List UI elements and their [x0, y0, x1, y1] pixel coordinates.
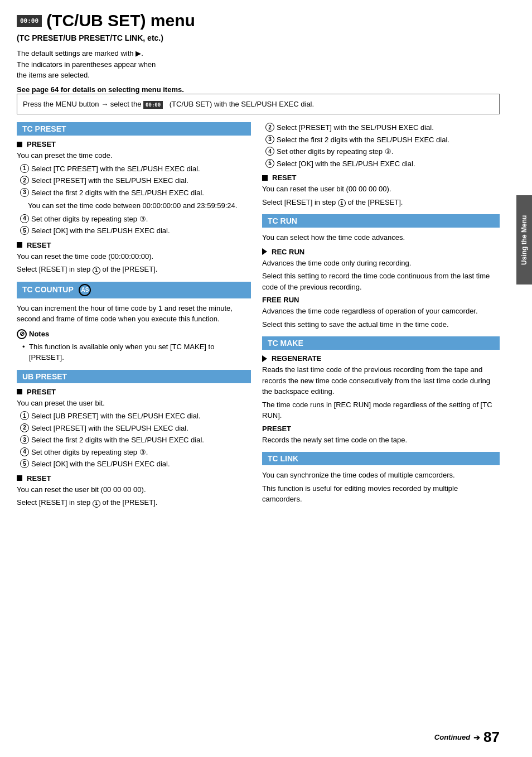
free-run-text1: Advances the time code regardless of ope… — [262, 306, 500, 317]
as-badge: AS — [79, 284, 91, 296]
col-right: 2 Select [PRESET] with the SEL/PUSH EXEC… — [262, 122, 500, 510]
ub-right-reset-icon — [262, 175, 268, 181]
ub-reset-sub: RESET — [17, 474, 251, 483]
step-text-2: Select [PRESET] with the SEL/PUSH EXEC d… — [31, 175, 251, 186]
side-tab: Using the Menu — [516, 195, 532, 285]
ub-reset-text1: You can reset the user bit (00 00 00 00)… — [17, 484, 251, 495]
ub-reset-circle: 1 — [93, 500, 100, 508]
intro-line3: the items are selected. — [17, 71, 90, 79]
page-number: 87 — [483, 729, 500, 746]
tc-make-preset-sub: PRESET — [262, 425, 500, 433]
ub-right-step-5: 5 Select [OK] with the SEL/PUSH EXEC dia… — [265, 158, 500, 170]
tc-countup-body: You can increment the hour of time code … — [17, 303, 251, 325]
regenerate-text1: Reads the last time code of the previous… — [262, 364, 500, 397]
ub-reset-square-icon — [17, 475, 22, 481]
intro-bold: See page 64 for details on selecting men… — [17, 85, 500, 94]
step-text-5: Select [OK] with the SEL/PUSH EXEC dial. — [31, 225, 251, 237]
ub-step-3: 3 Select the first 2 digits with the SEL… — [20, 435, 251, 446]
tc-preset-header: TC PRESET — [17, 122, 251, 136]
ub-right-num-5: 5 — [265, 159, 274, 168]
rec-run-triangle-icon — [262, 248, 267, 255]
tc-preset-step-4: 4 Set other digits by repeating step ③. — [20, 214, 251, 225]
ub-right-step-3: 3 Select the first 2 digits with the SEL… — [265, 134, 500, 146]
step-text-3: Select the first 2 digits with the SEL/P… — [31, 187, 251, 199]
ub-right-num-2: 2 — [265, 123, 274, 132]
ub-step-num-1: 1 — [20, 411, 29, 420]
tc-make-header: TC MAKE — [262, 336, 500, 350]
continued-text: Continued — [434, 733, 470, 741]
regenerate-sub: REGENERATE — [262, 354, 500, 363]
box-icon: 00:00 — [143, 101, 163, 109]
ub-right-circle: 1 — [338, 199, 346, 207]
step3-note: You can set the time code between 00:00:… — [17, 200, 251, 211]
regenerate-triangle-icon — [262, 355, 267, 362]
ub-step-num-2: 2 — [20, 423, 29, 432]
tc-preset-steps: 1 Select [TC PRESET] with the SEL/PUSH E… — [17, 163, 251, 199]
tc-link-header: TC LINK — [262, 452, 500, 465]
ub-right-reset2: Select [RESET] in step 1 of the [PRESET]… — [262, 197, 500, 208]
tc-preset-step-1: 1 Select [TC PRESET] with the SEL/PUSH E… — [20, 163, 251, 175]
ub-right-reset-sub: RESET — [262, 173, 500, 182]
notes-icon: ⊘ — [17, 329, 27, 339]
rec-run-text2: Select this setting to record the time c… — [262, 271, 500, 292]
preset-square-icon — [17, 142, 22, 147]
tc-make-preset-text: Records the newly set time code on the t… — [262, 435, 500, 446]
reset-circle: 1 — [93, 267, 100, 274]
tc-preset-reset-text1: You can reset the time code (00:00:00:00… — [17, 251, 251, 262]
tc-preset-step-2: 2 Select [PRESET] with the SEL/PUSH EXEC… — [20, 175, 251, 186]
tc-preset-step-5: 5 Select [OK] with the SEL/PUSH EXEC dia… — [20, 225, 251, 237]
tc-countup-header: TC COUNTUP AS — [17, 282, 251, 298]
ub-step-num-4: 4 — [20, 447, 29, 456]
tc-preset-steps-cont: 4 Set other digits by repeating step ③. … — [17, 214, 251, 237]
ub-step-1: 1 Select [UB PRESET] with the SEL/PUSH E… — [20, 411, 251, 422]
intro-text: The default settings are marked with ▶. … — [17, 48, 500, 81]
ub-right-step-4: 4 Set other digits by repeating step ③. — [265, 146, 500, 157]
ub-step-num-3: 3 — [20, 435, 29, 444]
regenerate-text2: The time code runs in [REC RUN] mode reg… — [262, 399, 500, 421]
ub-step-5: 5 Select [OK] with the SEL/PUSH EXEC dia… — [20, 459, 251, 470]
two-col-layout: TC PRESET PRESET You can preset the time… — [17, 122, 500, 510]
ub-reset-text2: Select [RESET] in step 1 of the [PRESET]… — [17, 497, 251, 508]
arrow-right: → — [101, 100, 108, 108]
preset-sub-header: PRESET — [17, 140, 251, 148]
step-num-5: 5 — [20, 226, 29, 235]
page-container: Using the Menu 00:00 (TC/UB SET) menu (T… — [0, 0, 532, 757]
ub-step-num-5: 5 — [20, 459, 29, 468]
rec-run-sub: REC RUN — [262, 248, 500, 256]
ub-right-step-2: 2 Select [PRESET] with the SEL/PUSH EXEC… — [265, 122, 500, 133]
tc-preset-step-3: 3 Select the first 2 digits with the SEL… — [20, 187, 251, 199]
page-title-area: 00:00 (TC/UB SET) menu — [17, 11, 500, 30]
ub-step-4: 4 Set other digits by repeating step ③. — [20, 447, 251, 458]
page-title: (TC/UB SET) menu — [46, 11, 195, 30]
ub-right-reset1: You can reset the user bit (00 00 00 00)… — [262, 184, 500, 195]
intro-line1: The default settings are marked with ▶. — [17, 49, 143, 57]
rec-run-text1: Advances the time code only during recor… — [262, 258, 500, 269]
notes-list: This function is available only when you… — [17, 341, 251, 363]
tc-run-header: TC RUN — [262, 214, 500, 228]
step-num-3: 3 — [20, 188, 29, 197]
ub-preset-steps: 1 Select [UB PRESET] with the SEL/PUSH E… — [17, 411, 251, 470]
step-num-4: 4 — [20, 214, 29, 223]
page-subtitle: (TC PRESET/UB PRESET/TC LINK, etc.) — [17, 33, 500, 42]
main-content: 00:00 (TC/UB SET) menu (TC PRESET/UB PRE… — [0, 0, 516, 757]
page-footer: Continued ➔ 87 — [434, 729, 500, 746]
ub-preset-header: UB PRESET — [17, 370, 251, 383]
note-item-1: This function is available only when you… — [22, 341, 251, 363]
reset-square-icon — [17, 242, 22, 248]
notes-header: ⊘ Notes — [17, 329, 251, 339]
ub-preset-square-icon — [17, 389, 22, 394]
col-left: TC PRESET PRESET You can preset the time… — [17, 122, 251, 510]
free-run-text2: Select this setting to save the actual t… — [262, 319, 500, 330]
ub-right-num-3: 3 — [265, 135, 274, 144]
ub-step-2: 2 Select [PRESET] with the SEL/PUSH EXEC… — [20, 423, 251, 434]
tc-preset-reset-sub: RESET — [17, 241, 251, 249]
ub-preset-sub: PRESET — [17, 388, 251, 396]
tc-link-text1: You can synchronize the time codes of mu… — [262, 470, 500, 481]
tc-preset-reset-text2: Select [RESET] in step 1 of the [PRESET]… — [17, 264, 251, 275]
step-text-4: Set other digits by repeating step ③. — [31, 214, 251, 225]
ub-right-num-4: 4 — [265, 147, 274, 156]
footer-arrow: ➔ — [473, 733, 480, 742]
preset-intro: You can preset the time code. — [17, 150, 251, 161]
tc-icon: 00:00 — [17, 15, 42, 27]
instruction-box: Press the MENU button → select the 00:00… — [17, 94, 500, 115]
